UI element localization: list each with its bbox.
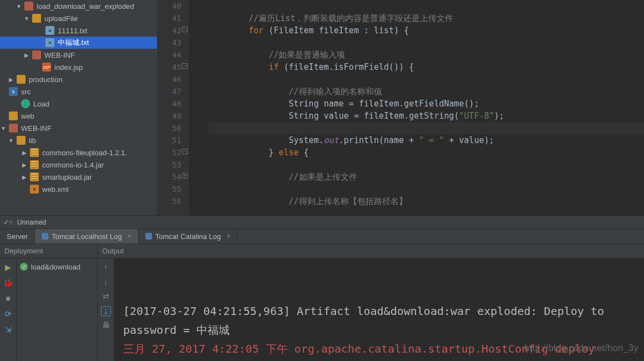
tree-item[interactable]: xweb.xml [0, 183, 157, 195]
refresh-icon[interactable]: ⟳ [3, 309, 13, 319]
fold-marker-icon[interactable]: – [182, 63, 187, 69]
line-number: 42 [158, 24, 181, 37]
line-number: 41 [158, 12, 181, 24]
code-line[interactable]: //如果是普通输入项 [209, 49, 644, 61]
fold-marker-icon[interactable]: – [182, 27, 187, 32]
close-icon[interactable]: × [226, 232, 230, 240]
tab-tomcat-catalina-log[interactable]: Tomcat Catalina Log × [139, 229, 238, 243]
tree-item[interactable]: WEB-INF [0, 49, 157, 61]
line-number: 43 [158, 37, 181, 49]
folder-icon [9, 111, 18, 120]
print-icon[interactable]: 🖶 [101, 321, 111, 331]
expand-arrow-icon[interactable] [8, 138, 14, 144]
lib-icon [30, 172, 39, 181]
jsp-icon: JSP [42, 63, 51, 72]
tree-item[interactable]: commons-fileupload-1.2.1. [0, 146, 157, 159]
tomcat-icon [42, 233, 48, 240]
code-line[interactable] [209, 73, 644, 85]
code-line[interactable] [209, 37, 644, 49]
code-line[interactable] [209, 159, 644, 171]
code-line[interactable]: String name = fileItem.getFieldName(); [209, 98, 644, 110]
tree-item[interactable]: commons-io-1.4.jar [0, 159, 157, 171]
fork-icon: ✓⑂ [3, 218, 13, 226]
up-icon[interactable]: ↑ [101, 263, 111, 273]
tree-item[interactable]: CLoad [0, 98, 157, 110]
lib-icon [30, 148, 39, 157]
scroll-end-icon[interactable]: ⤓ [101, 306, 111, 316]
code-line[interactable]: //如果是上传文件 [209, 171, 644, 183]
code-line[interactable] [209, 122, 644, 134]
fold-marker-icon[interactable]: – [182, 149, 187, 154]
project-tree[interactable]: load_download_war_explodeduploadFile≡111… [0, 0, 157, 215]
class-icon: C [21, 99, 30, 108]
tree-item-label: index.jsp [53, 63, 83, 72]
tree-item[interactable]: JSPindex.jsp [0, 61, 157, 73]
output-header: Deployment Output [0, 244, 644, 258]
tree-item-label: commons-io-1.4.jar [41, 161, 104, 169]
expand-arrow-icon[interactable] [16, 3, 22, 9]
line-number: 45 [158, 61, 181, 73]
code-line[interactable]: System.out.println(name + " = " + value)… [209, 134, 644, 146]
debug-icon[interactable]: 🐞 [3, 278, 13, 288]
code-line[interactable]: String value = fileItem.getString("UTF-8… [209, 110, 644, 122]
fold-marker-icon[interactable]: + [182, 173, 187, 179]
line-number: 49 [158, 110, 181, 122]
run-icon[interactable]: ▶ [3, 263, 13, 273]
code-line[interactable]: if (fileItem.isFormField()) { [209, 61, 644, 73]
status-ok-icon: ✓ [20, 263, 28, 271]
output-tabs[interactable]: Server Tomcat Localhost Log × Tomcat Cat… [0, 228, 644, 244]
code-line[interactable] [209, 0, 644, 12]
tree-item[interactable]: ≡中福城.txt [0, 37, 157, 49]
console-output[interactable]: [2017-03-27 04:21:55,963] Artifact load&… [114, 258, 644, 361]
tree-item[interactable]: uploadFile [0, 12, 157, 24]
expand-arrow-icon[interactable] [23, 52, 30, 58]
tree-item-label: load_download_war_exploded [36, 2, 134, 11]
console-line: password = 中福城 [123, 321, 637, 339]
code-line[interactable]: //遍历List，判断装载的内容是普通字段还是上传文件 [209, 12, 644, 24]
expand-arrow-icon[interactable] [21, 150, 28, 156]
expand-arrow-icon[interactable] [21, 174, 28, 180]
tree-item-label: web [20, 112, 34, 120]
expand-arrow-icon[interactable] [23, 16, 30, 22]
tree-item-label: WEB-INF [20, 124, 52, 133]
tree-item[interactable]: ssrc [0, 85, 157, 98]
tree-item[interactable]: WEB-INF [0, 122, 157, 134]
tab-label: Tomcat Catalina Log [155, 232, 221, 241]
tree-item[interactable]: web [0, 110, 157, 122]
close-icon[interactable]: × [128, 232, 131, 240]
deployment-item[interactable]: load&download [31, 263, 80, 271]
code-line[interactable]: //得到上传名称【包括路径名】 [209, 195, 644, 207]
tab-tomcat-localhost-log[interactable]: Tomcat Localhost Log × [35, 229, 138, 243]
run-toolbar-left[interactable]: ▶ 🐞 ■ ⟳ ⇲ [0, 258, 17, 361]
down-icon[interactable]: ↓ [101, 277, 111, 287]
lib-icon [30, 160, 39, 169]
expand-arrow-icon[interactable] [0, 125, 7, 131]
tab-label: Tomcat Localhost Log [52, 232, 121, 241]
tree-item[interactable]: smartupload.jar [0, 171, 157, 183]
console-toolbar[interactable]: ↑ ↓ ⇄ ⤓ 🖶 [98, 258, 114, 361]
tree-item[interactable]: lib [0, 134, 157, 146]
wrap-icon[interactable]: ⇄ [101, 292, 111, 302]
run-config-name: Unnamed [17, 218, 46, 226]
tree-item-label: lib [28, 136, 36, 145]
tree-item-label: web.xml [41, 185, 69, 194]
folder-red-icon [24, 2, 33, 11]
expand-arrow-icon[interactable] [8, 77, 14, 83]
tab-label: Server [7, 232, 28, 241]
expand-arrow-icon[interactable] [21, 162, 28, 168]
tree-item[interactable]: production [0, 73, 157, 85]
code-line[interactable]: for (FileItem fileItem : list) { [209, 24, 644, 37]
stop-icon[interactable]: ■ [3, 294, 13, 304]
code-editor[interactable]: – – – + 40414243444546474849505152535455… [157, 0, 644, 215]
deploy-icon[interactable]: ⇲ [3, 325, 13, 335]
line-number: 50 [158, 122, 181, 134]
code-line[interactable]: } else { [209, 146, 644, 159]
code-line[interactable]: //得到输入项的名称和值 [209, 85, 644, 98]
tree-item[interactable]: ≡11111.txt [0, 24, 157, 37]
editor-gutter: – – – + 40414243444546474849505152535455… [158, 0, 189, 215]
code-line[interactable] [209, 183, 644, 195]
tab-server[interactable]: Server [0, 229, 35, 243]
code-area[interactable]: //遍历List，判断装载的内容是普通字段还是上传文件 for (FileIte… [189, 0, 644, 215]
deployment-pane[interactable]: ✓ load&download [17, 258, 98, 361]
tree-item[interactable]: load_download_war_exploded [0, 0, 157, 12]
